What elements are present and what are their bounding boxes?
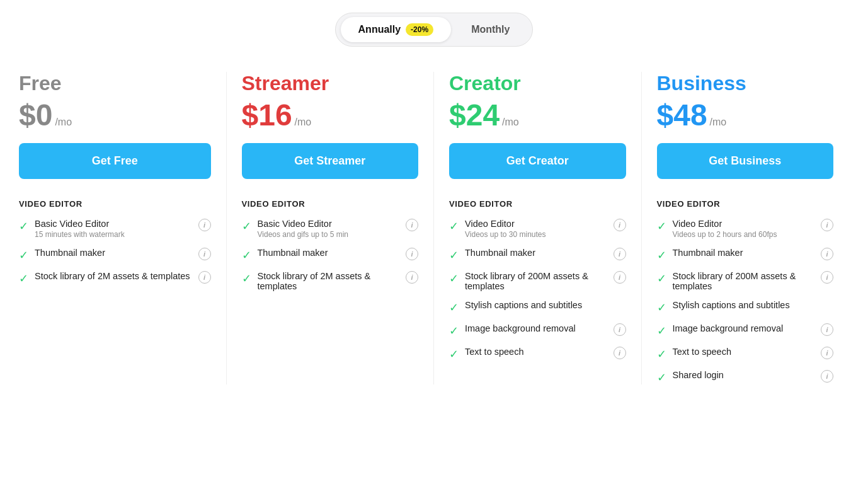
list-item: ✓Thumbnail makeri — [449, 248, 626, 262]
list-item: ✓Stylish captions and subtitles — [657, 300, 834, 315]
plan-name-free: Free — [19, 72, 211, 95]
info-icon[interactable]: i — [821, 347, 833, 359]
feature-text-wrap: Stock library of 200M assets & templates — [465, 271, 607, 291]
feature-main-text: Stock library of 2M assets & templates — [258, 271, 400, 291]
list-item: ✓Image background removali — [449, 323, 626, 338]
feature-text-wrap: Thumbnail maker — [673, 248, 815, 258]
list-item: ✓Thumbnail makeri — [657, 248, 834, 262]
check-icon: ✓ — [657, 272, 666, 286]
feature-main-text: Basic Video Editor — [35, 219, 192, 229]
feature-text-wrap: Stylish captions and subtitles — [465, 300, 626, 310]
info-icon[interactable]: i — [614, 248, 626, 260]
info-icon[interactable]: i — [406, 271, 418, 284]
feature-text-wrap: Stylish captions and subtitles — [673, 300, 834, 310]
list-item: ✓Thumbnail makeri — [19, 248, 211, 262]
plan-col-free: Free$0/moGet FreeVIDEO EDITOR✓Basic Vide… — [19, 72, 227, 384]
info-icon[interactable]: i — [198, 248, 211, 260]
feature-text-wrap: Shared login — [673, 370, 815, 380]
feature-text-wrap: Stock library of 200M assets & templates — [673, 271, 815, 291]
info-icon[interactable]: i — [821, 219, 833, 231]
annually-label: Annually — [358, 24, 401, 35]
feature-main-text: Stock library of 200M assets & templates — [465, 271, 607, 291]
feature-main-text: Stylish captions and subtitles — [465, 300, 626, 310]
check-icon: ✓ — [657, 324, 666, 338]
feature-main-text: Stock library of 200M assets & templates — [673, 271, 815, 291]
cta-button-streamer[interactable]: Get Streamer — [242, 143, 419, 179]
price-row-business: $48/mo — [657, 100, 834, 130]
toggle-annually[interactable]: Annually -20% — [341, 17, 452, 42]
info-icon[interactable]: i — [406, 219, 418, 231]
feature-text-wrap: Basic Video Editor15 minutes with waterm… — [35, 219, 192, 239]
info-icon[interactable]: i — [198, 271, 211, 284]
section-label-creator: VIDEO EDITOR — [449, 199, 626, 209]
plan-col-business: Business$48/moGet BusinessVIDEO EDITOR✓V… — [642, 72, 850, 384]
list-item: ✓Stylish captions and subtitles — [449, 300, 626, 315]
price-amount-business: $48 — [657, 100, 707, 130]
billing-toggle: Annually -20% Monthly — [335, 13, 534, 47]
info-icon[interactable]: i — [821, 271, 833, 284]
check-icon: ✓ — [657, 371, 666, 384]
feature-text-wrap: Text to speech — [673, 347, 815, 357]
cta-button-business[interactable]: Get Business — [657, 143, 834, 179]
feature-text-wrap: Stock library of 2M assets & templates — [35, 271, 192, 281]
check-icon: ✓ — [449, 272, 459, 286]
section-label-streamer: VIDEO EDITOR — [242, 199, 419, 209]
feature-main-text: Text to speech — [673, 347, 815, 357]
cta-button-creator[interactable]: Get Creator — [449, 143, 626, 179]
plans-grid: Free$0/moGet FreeVIDEO EDITOR✓Basic Vide… — [19, 72, 849, 384]
feature-sub-text: 15 minutes with watermark — [35, 230, 192, 239]
feature-text-wrap: Thumbnail maker — [258, 248, 400, 258]
list-item: ✓Stock library of 2M assets & templatesi — [19, 271, 211, 286]
toggle-monthly[interactable]: Monthly — [454, 18, 527, 42]
feature-main-text: Image background removal — [465, 323, 607, 333]
check-icon: ✓ — [19, 219, 28, 233]
info-icon[interactable]: i — [614, 219, 626, 231]
cta-button-free[interactable]: Get Free — [19, 143, 211, 179]
check-icon: ✓ — [242, 272, 251, 286]
list-item: ✓Stock library of 2M assets & templatesi — [242, 271, 419, 291]
check-icon: ✓ — [449, 219, 459, 233]
feature-sub-text: Videos and gifs up to 5 min — [258, 230, 400, 239]
list-item: ✓Image background removali — [657, 323, 834, 338]
monthly-label: Monthly — [471, 24, 510, 35]
check-icon: ✓ — [657, 248, 666, 262]
feature-text-wrap: Image background removal — [465, 323, 607, 333]
info-icon[interactable]: i — [821, 323, 833, 336]
info-icon[interactable]: i — [406, 248, 418, 260]
info-icon[interactable]: i — [614, 323, 626, 336]
plan-name-streamer: Streamer — [242, 72, 419, 95]
feature-text-wrap: Image background removal — [673, 323, 815, 333]
price-row-streamer: $16/mo — [242, 100, 419, 130]
discount-badge: -20% — [406, 23, 433, 36]
feature-main-text: Video Editor — [673, 219, 815, 229]
info-icon[interactable]: i — [198, 219, 211, 231]
plan-name-business: Business — [657, 72, 834, 95]
plan-col-streamer: Streamer$16/moGet StreamerVIDEO EDITOR✓B… — [227, 72, 435, 384]
check-icon: ✓ — [657, 347, 666, 361]
list-item: ✓Basic Video EditorVideos and gifs up to… — [242, 219, 419, 239]
price-row-creator: $24/mo — [449, 100, 626, 130]
feature-sub-text: Videos up to 2 hours and 60fps — [673, 230, 815, 239]
feature-sub-text: Videos up to 30 minutes — [465, 230, 607, 239]
feature-text-wrap: Text to speech — [465, 347, 607, 357]
check-icon: ✓ — [449, 301, 459, 315]
feature-main-text: Video Editor — [465, 219, 607, 229]
info-icon[interactable]: i — [821, 248, 833, 260]
price-mo-business: /mo — [710, 117, 727, 128]
feature-main-text: Thumbnail maker — [465, 248, 607, 258]
info-icon[interactable]: i — [614, 271, 626, 284]
list-item: ✓Text to speechi — [657, 347, 834, 361]
info-icon[interactable]: i — [614, 347, 626, 359]
price-amount-creator: $24 — [449, 100, 500, 130]
feature-main-text: Thumbnail maker — [258, 248, 400, 258]
check-icon: ✓ — [242, 248, 251, 262]
list-item: ✓Shared logini — [657, 370, 834, 384]
check-icon: ✓ — [657, 301, 666, 315]
check-icon: ✓ — [242, 219, 251, 233]
billing-toggle-wrapper: Annually -20% Monthly — [19, 13, 849, 47]
info-icon[interactable]: i — [821, 370, 833, 383]
check-icon: ✓ — [19, 272, 28, 286]
list-item: ✓Thumbnail makeri — [242, 248, 419, 262]
price-mo-streamer: /mo — [295, 117, 312, 128]
list-item: ✓Text to speechi — [449, 347, 626, 361]
